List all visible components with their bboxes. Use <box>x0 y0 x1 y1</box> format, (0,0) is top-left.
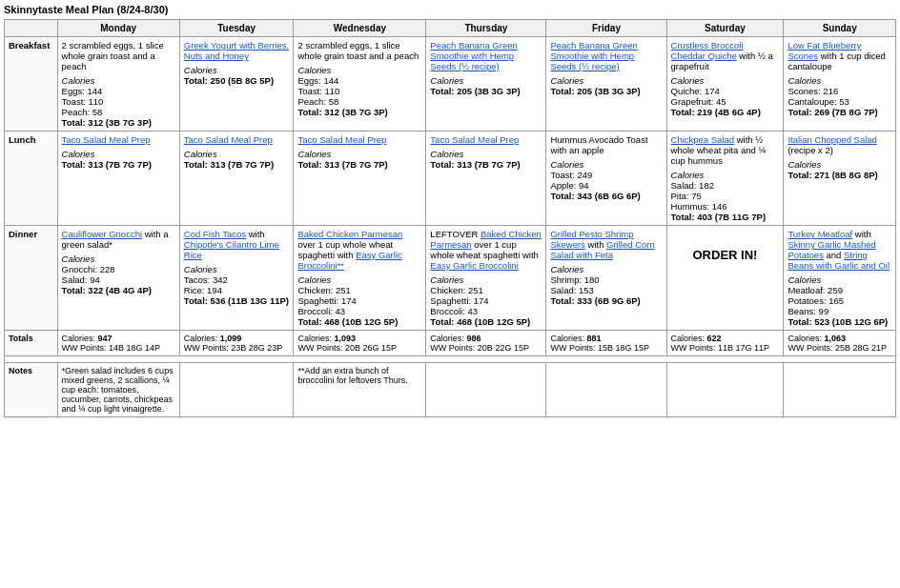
notes-saturday <box>666 363 784 417</box>
dinner-monday-link[interactable]: Cauliflower Gnocchi <box>62 229 142 239</box>
lunch-thursday-total: Total: 313 (7B 7G 7P) <box>430 159 542 170</box>
totals-saturday-cal: Calories: 622 <box>671 334 722 343</box>
lunch-tuesday-total: Total: 313 (7B 7G 7P) <box>184 159 290 170</box>
lunch-friday-details: Toast: 249Apple: 94Total: 343 (6B 6G 6P) <box>550 170 662 201</box>
lunch-saturday-link[interactable]: Chickpea Salad <box>671 134 735 145</box>
breakfast-monday-details: Eggs: 144Toast: 110Peach: 58Total: 312 (… <box>62 86 175 128</box>
dinner-friday-cal-label: Calories <box>550 264 662 274</box>
lunch-row: Lunch Taco Salad Meal Prep Calories Tota… <box>5 132 896 226</box>
lunch-sunday-link[interactable]: Italian Chopped Salad <box>788 134 877 145</box>
header-tuesday: Tuesday <box>179 20 294 37</box>
lunch-wednesday-cal-label: Calories <box>297 149 421 159</box>
notes-sunday <box>784 363 896 417</box>
dinner-monday-details: Gnocchi: 228Salad: 94Total: 322 (4B 4G 4… <box>62 264 175 295</box>
dinner-tuesday-text: with <box>246 229 265 239</box>
lunch-monday-link[interactable]: Taco Salad Meal Prep <box>62 134 151 145</box>
dinner-wednesday-cal-label: Calories <box>297 274 421 285</box>
breakfast-thursday-link[interactable]: Peach Banana Green Smoothie with Hemp Se… <box>430 40 517 71</box>
totals-friday: Calories: 881 WW Points: 15B 18G 15P <box>546 331 666 356</box>
totals-monday-ww: WW Points: 14B 18G 14P <box>62 343 161 353</box>
dinner-wednesday-link[interactable]: Baked Chicken Parmesan <box>297 229 402 239</box>
totals-thursday-cal: Calories: 986 <box>430 334 481 343</box>
dinner-friday-details: Shrimp: 180Salad: 153Total: 333 (6B 9G 6… <box>550 274 662 306</box>
totals-label: Totals <box>5 331 58 356</box>
lunch-friday-text: Hummus Avocado Toast with an apple <box>550 134 647 155</box>
breakfast-sunday: Low Fat Blueberry Scones with 1 cup dice… <box>784 37 896 132</box>
dinner-tuesday-link2[interactable]: Chipotle's Cilantro Lime Rice <box>184 239 279 260</box>
breakfast-wednesday-details: Eggs: 144Toast: 110Peach: 58Total: 312 (… <box>297 75 421 117</box>
totals-sunday: Calories: 1,063 WW Points: 25B 28G 21P <box>784 331 896 356</box>
breakfast-sunday-details: Scones: 216Cantaloupe: 53Total: 269 (7B … <box>788 86 891 117</box>
page-title: Skinnytaste Meal Plan (8/24-8/30) <box>4 4 896 15</box>
lunch-thursday-cal-label: Calories <box>430 149 542 159</box>
lunch-wednesday-link[interactable]: Taco Salad Meal Prep <box>297 134 386 145</box>
lunch-monday: Taco Salad Meal Prep Calories Total: 313… <box>57 132 179 226</box>
lunch-saturday: Chickpea Salad with ½ whole wheat pita a… <box>666 132 784 226</box>
lunch-sunday: Italian Chopped Salad (recipe x 2) Calor… <box>784 132 896 226</box>
lunch-thursday: Taco Salad Meal Prep Calories Total: 313… <box>426 132 546 226</box>
dinner-monday-cal-label: Calories <box>62 253 175 264</box>
breakfast-tuesday-link[interactable]: Greek Yogurt with Berries, Nuts and Hone… <box>184 40 289 61</box>
dinner-wednesday: Baked Chicken Parmesan over 1 cup whole … <box>294 226 426 331</box>
dinner-thursday-details: Chicken: 251Spaghetti: 174Broccoli: 43To… <box>430 285 542 327</box>
notes-wednesday: **Add an extra bunch of broccolini for l… <box>294 363 426 417</box>
dinner-monday: Cauliflower Gnocchi with a green salad* … <box>57 226 179 331</box>
lunch-tuesday-link[interactable]: Taco Salad Meal Prep <box>184 134 273 145</box>
breakfast-wednesday-text: 2 scrambled eggs, 1 slice whole grain to… <box>297 40 419 61</box>
notes-monday-text: *Green salad includes 6 cups mixed green… <box>62 366 174 414</box>
dinner-tuesday-cal-label: Calories <box>184 264 290 274</box>
breakfast-thursday: Peach Banana Green Smoothie with Hemp Se… <box>426 37 546 132</box>
lunch-monday-cal-label: Calories <box>62 149 175 159</box>
lunch-friday-cal-label: Calories <box>550 159 662 170</box>
totals-tuesday-ww: WW Points: 23B 28G 23P <box>184 343 283 353</box>
lunch-tuesday: Taco Salad Meal Prep Calories Total: 313… <box>179 132 294 226</box>
dinner-sunday-text2: and <box>824 250 844 260</box>
dinner-sunday-link[interactable]: Turkey Meatloaf <box>788 229 852 239</box>
breakfast-saturday-link[interactable]: Crustless Broccoli Cheddar Quiche <box>671 40 744 61</box>
breakfast-friday-link[interactable]: Peach Banana Green Smoothie with Hemp Se… <box>550 40 637 71</box>
breakfast-saturday-cal-label: Calories <box>671 75 780 86</box>
totals-thursday: Calories: 986 WW Points: 20B 22G 15P <box>426 331 546 356</box>
lunch-saturday-details: Salad: 182Pita: 75Hummus: 146Total: 403 … <box>671 180 780 222</box>
dinner-thursday-cal-label: Calories <box>430 274 542 285</box>
header-wednesday: Wednesday <box>294 20 426 37</box>
breakfast-tuesday: Greek Yogurt with Berries, Nuts and Hone… <box>179 37 294 132</box>
breakfast-tuesday-cal-label: Calories <box>184 65 290 75</box>
header-friday: Friday <box>546 20 666 37</box>
breakfast-label: Breakfast <box>5 37 58 132</box>
totals-saturday: Calories: 622 WW Points: 11B 17G 11P <box>666 331 784 356</box>
breakfast-sunday-cal-label: Calories <box>788 75 891 86</box>
totals-wednesday: Calories: 1,093 WW Points: 20B 26G 15P <box>294 331 426 356</box>
breakfast-monday-cal-label: Calories <box>62 75 175 86</box>
totals-monday-cal: Calories: 947 <box>62 334 112 343</box>
breakfast-monday-text: 2 scrambled eggs, 1 slice whole grain to… <box>62 40 164 71</box>
dinner-tuesday-link[interactable]: Cod Fish Tacos <box>184 229 246 239</box>
totals-monday: Calories: 947 WW Points: 14B 18G 14P <box>57 331 179 356</box>
dinner-sunday-details: Meatloaf: 259Potatoes: 165Beans: 99Total… <box>788 285 891 327</box>
breakfast-tuesday-total: Total: 250 (5B 8G 5P) <box>184 75 290 86</box>
dinner-sunday-text: with <box>852 229 871 239</box>
lunch-wednesday-total: Total: 313 (7B 7G 7P) <box>297 159 421 170</box>
meal-plan-table: Monday Tuesday Wednesday Thursday Friday… <box>4 19 896 417</box>
totals-tuesday: Calories: 1,099 WW Points: 23B 28G 23P <box>179 331 294 356</box>
notes-row: Notes *Green salad includes 6 cups mixed… <box>5 363 896 417</box>
notes-thursday <box>426 363 546 417</box>
lunch-saturday-cal-label: Calories <box>671 170 780 180</box>
lunch-thursday-link[interactable]: Taco Salad Meal Prep <box>430 134 519 145</box>
lunch-sunday-total: Total: 271 (8B 8G 8P) <box>788 170 891 180</box>
lunch-friday: Hummus Avocado Toast with an apple Calor… <box>546 132 666 226</box>
breakfast-thursday-total: Total: 205 (3B 3G 3P) <box>430 86 542 96</box>
breakfast-monday: 2 scrambled eggs, 1 slice whole grain to… <box>57 37 179 132</box>
lunch-monday-total: Total: 313 (7B 7G 7P) <box>62 159 175 170</box>
totals-sunday-cal: Calories: 1,063 <box>788 334 846 343</box>
dinner-thursday-link2[interactable]: Easy Garlic Broccolini <box>430 260 518 271</box>
notes-label: Notes <box>5 363 58 417</box>
totals-saturday-ww: WW Points: 11B 17G 11P <box>671 343 770 353</box>
dinner-thursday-text-pre: LEFTOVER <box>430 229 481 239</box>
dinner-sunday: Turkey Meatloaf with Skinny Garlic Mashe… <box>784 226 896 331</box>
dinner-label: Dinner <box>5 226 58 331</box>
breakfast-friday-total: Total: 205 (3B 3G 3P) <box>550 86 662 96</box>
dinner-tuesday: Cod Fish Tacos with Chipotle's Cilantro … <box>179 226 294 331</box>
totals-row: Totals Calories: 947 WW Points: 14B 18G … <box>5 331 896 356</box>
breakfast-wednesday: 2 scrambled eggs, 1 slice whole grain to… <box>294 37 426 132</box>
